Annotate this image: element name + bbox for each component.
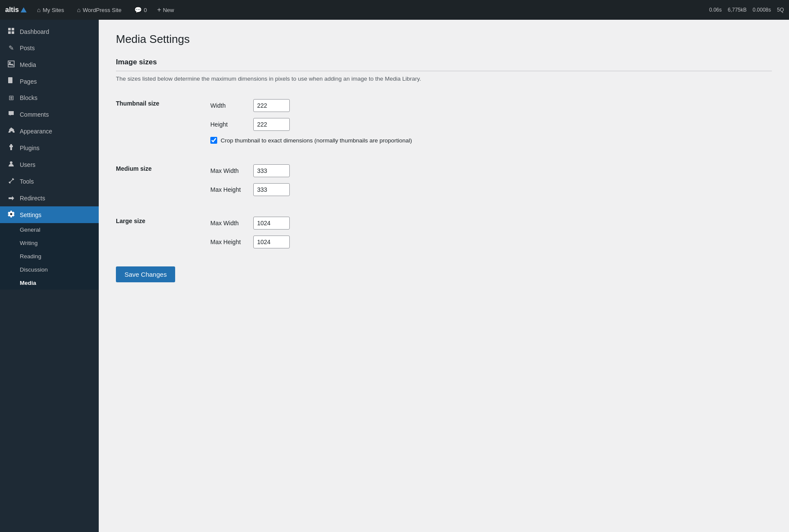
sidebar-item-plugins[interactable]: Plugins [0,139,99,156]
site-logo: altis [5,6,27,14]
medium-width-row: Max Width [210,164,763,177]
sidebar-item-dashboard[interactable]: Dashboard [0,23,99,40]
medium-size-label: Medium size [116,159,210,201]
large-height-input[interactable] [253,236,290,248]
sidebar-item-comments[interactable]: Comments [0,106,99,123]
thumbnail-size-row: Thumbnail size Width Height Crop thum [116,94,772,149]
large-width-row: Max Width [210,217,763,230]
new-label: New [163,7,174,13]
sidebar-item-appearance[interactable]: Appearance [0,123,99,139]
sidebar-item-blocks[interactable]: ⊞ Blocks [0,90,99,106]
pages-icon [7,77,15,85]
sidebar: Dashboard ✎ Posts Media Pages ⊞ Blocks [0,20,99,532]
large-height-row: Max Height [210,236,763,248]
svg-point-10 [10,213,12,215]
large-width-input[interactable] [253,217,290,230]
submenu-general[interactable]: General [0,223,99,236]
sidebar-item-redirects[interactable]: Redirects [0,190,99,206]
media-icon [7,60,15,69]
blocks-icon: ⊞ [7,94,15,102]
submenu-reading-label: Reading [20,253,41,260]
large-size-row: Large size Max Width Max Height [116,212,772,254]
debug-stats: 0.06s 6,775kB 0.0008s 5Q [709,7,784,13]
thumbnail-height-input[interactable] [253,118,290,131]
thumbnail-size-label: Thumbnail size [116,94,210,149]
medium-height-row: Max Height [210,183,763,196]
comment-icon: 💬 [134,6,142,13]
sidebar-item-redirects-label: Redirects [20,195,45,202]
svg-rect-1 [12,28,14,30]
sidebar-item-pages-label: Pages [20,78,37,85]
svg-rect-2 [8,31,11,34]
my-sites-link[interactable]: ⌂ My Sites [34,5,67,15]
medium-size-row: Medium size Max Width Max Height [116,159,772,201]
save-changes-button[interactable]: Save Changes [116,266,175,282]
submenu-media[interactable]: Media [0,276,99,290]
stat-queries: 0.0008s [753,7,771,13]
submenu-writing-label: Writing [20,240,38,246]
crop-checkbox[interactable] [210,137,217,144]
sidebar-item-users-label: Users [20,161,36,168]
appearance-icon [7,127,15,135]
submenu-reading[interactable]: Reading [0,250,99,263]
svg-rect-3 [12,31,14,34]
svg-rect-7 [9,79,12,80]
home-icon: ⌂ [37,6,40,13]
image-sizes-heading: Image sizes [116,58,772,71]
thumbnail-height-label: Height [210,121,249,128]
sidebar-item-settings[interactable]: Settings [0,206,99,223]
sidebar-item-blocks-label: Blocks [20,94,37,101]
comments-nav-icon [7,110,15,118]
spacer-row-1 [116,149,772,159]
large-size-label: Large size [116,212,210,254]
image-sizes-description: The sizes listed below determine the max… [116,76,772,82]
thumbnail-width-row: Width [210,99,763,112]
sidebar-item-media[interactable]: Media [0,56,99,73]
thumbnail-width-label: Width [210,102,249,109]
sidebar-item-pages[interactable]: Pages [0,73,99,90]
submenu-writing[interactable]: Writing [0,236,99,250]
large-max-width-label: Max Width [210,220,249,227]
sidebar-item-media-label: Media [20,61,36,68]
medium-size-fields: Max Width Max Height [210,159,772,201]
sidebar-item-posts[interactable]: ✎ Posts [0,40,99,56]
site-icon: ⌂ [77,6,80,13]
sidebar-item-plugins-label: Plugins [20,145,39,151]
sidebar-item-settings-label: Settings [20,212,42,218]
settings-icon [7,211,15,219]
my-sites-label: My Sites [42,7,64,13]
medium-height-input[interactable] [253,183,290,196]
dashboard-icon [7,27,15,36]
stat-q: 5Q [777,7,784,13]
submenu-media-label: Media [20,280,36,286]
sidebar-item-posts-label: Posts [20,45,35,51]
large-size-fields: Max Width Max Height [210,212,772,254]
submenu-general-label: General [20,227,40,233]
crop-label: Crop thumbnail to exact dimensions (norm… [221,137,412,144]
sidebar-item-tools-label: Tools [20,178,34,185]
svg-rect-0 [8,28,11,30]
settings-submenu: General Writing Reading Discussion Media [0,223,99,290]
svg-rect-8 [9,81,11,82]
stat-memory: 6,775kB [728,7,747,13]
thumbnail-size-fields: Width Height Crop thumbnail to exact dim… [210,94,772,149]
thumbnail-width-input[interactable] [253,99,290,112]
page-title: Media Settings [116,33,772,46]
svg-point-9 [10,161,12,164]
sidebar-item-tools[interactable]: Tools [0,173,99,190]
sidebar-item-dashboard-label: Dashboard [20,28,49,35]
submenu-discussion[interactable]: Discussion [0,263,99,276]
new-content-button[interactable]: + New [157,6,174,14]
main-content: Media Settings Image sizes The sizes lis… [99,20,789,532]
site-label: WordPress Site [83,7,121,13]
users-icon [7,160,15,169]
sidebar-item-users[interactable]: Users [0,156,99,173]
admin-bar: altis ⌂ My Sites ⌂ WordPress Site 💬 0 + … [0,0,789,20]
medium-width-input[interactable] [253,164,290,177]
comments-link[interactable]: 💬 0 [132,5,149,15]
submenu-discussion-label: Discussion [20,266,48,273]
tools-icon [7,177,15,185]
plugins-icon [7,144,15,152]
comments-count: 0 [144,7,147,13]
wordpress-site-link[interactable]: ⌂ WordPress Site [74,5,124,15]
